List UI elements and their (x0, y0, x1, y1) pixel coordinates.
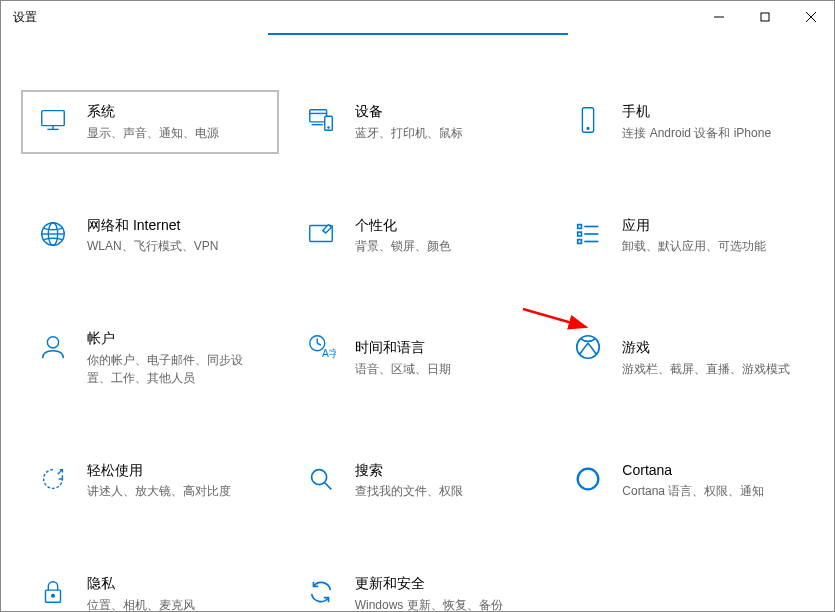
time-language-icon: A字 (303, 329, 339, 365)
cortana-icon (570, 461, 606, 497)
tile-subtitle: 卸载、默认应用、可选功能 (622, 237, 766, 255)
tile-subtitle: Windows 更新、恢复、备份 (355, 596, 503, 612)
tile-ease-of-access[interactable]: 轻松使用 讲述人、放大镜、高对比度 (21, 449, 279, 513)
tile-time-language[interactable]: A字 时间和语言 语音、区域、日期 (289, 317, 547, 399)
tile-network[interactable]: 网络和 Internet WLAN、飞行模式、VPN (21, 204, 279, 268)
tile-title: 手机 (622, 102, 771, 122)
tile-title: 应用 (622, 216, 766, 236)
tile-title: 系统 (87, 102, 219, 122)
maximize-button[interactable] (742, 1, 788, 33)
tile-title: 搜索 (355, 461, 463, 481)
personalization-icon (303, 216, 339, 252)
tile-title: 帐户 (87, 329, 265, 349)
tile-subtitle: 显示、声音、通知、电源 (87, 124, 219, 142)
tile-subtitle: 查找我的文件、权限 (355, 482, 463, 500)
devices-icon (303, 102, 339, 138)
tile-privacy[interactable]: 隐私 位置、相机、麦克风 (21, 562, 279, 612)
tile-accounts[interactable]: 帐户 你的帐户、电子邮件、同步设置、工作、其他人员 (21, 317, 279, 399)
tile-subtitle: 游戏栏、截屏、直播、游戏模式 (622, 360, 790, 378)
svg-rect-1 (761, 13, 769, 21)
tile-title: 设备 (355, 102, 463, 122)
tile-personalization[interactable]: 个性化 背景、锁屏、颜色 (289, 204, 547, 268)
svg-line-33 (324, 483, 331, 490)
tile-devices[interactable]: 设备 蓝牙、打印机、鼠标 (289, 90, 547, 154)
svg-rect-4 (42, 111, 65, 126)
tile-title: 个性化 (355, 216, 451, 236)
tile-subtitle: WLAN、飞行模式、VPN (87, 237, 218, 255)
svg-point-25 (47, 337, 58, 348)
svg-line-18 (323, 231, 324, 232)
system-icon (35, 102, 71, 138)
tile-subtitle: 位置、相机、麦克风 (87, 596, 195, 612)
minimize-button[interactable] (696, 1, 742, 33)
tile-subtitle: 语音、区域、日期 (355, 360, 451, 378)
tile-title: 时间和语言 (355, 338, 451, 358)
svg-rect-23 (578, 239, 582, 243)
tile-subtitle: 蓝牙、打印机、鼠标 (355, 124, 463, 142)
globe-icon (35, 216, 71, 252)
tile-search[interactable]: 搜索 查找我的文件、权限 (289, 449, 547, 513)
update-icon (303, 574, 339, 610)
svg-point-34 (578, 468, 599, 489)
svg-point-32 (311, 469, 326, 484)
apps-icon (570, 216, 606, 252)
svg-rect-19 (578, 224, 582, 228)
close-button[interactable] (788, 1, 834, 33)
tile-cortana[interactable]: Cortana Cortana 语言、权限、通知 (556, 449, 814, 513)
tile-subtitle: 背景、锁屏、颜色 (355, 237, 451, 255)
tile-title: 网络和 Internet (87, 216, 218, 236)
ease-of-access-icon (35, 461, 71, 497)
tile-update-security[interactable]: 更新和安全 Windows 更新、恢复、备份 (289, 562, 547, 612)
svg-point-10 (328, 127, 329, 128)
tile-subtitle: 讲述人、放大镜、高对比度 (87, 482, 231, 500)
settings-grid: 系统 显示、声音、通知、电源 设备 蓝牙、打印机、鼠标 (21, 90, 814, 612)
phone-icon (570, 102, 606, 138)
window-title: 设置 (13, 9, 696, 26)
person-icon (35, 329, 71, 365)
tile-title: 轻松使用 (87, 461, 231, 481)
tile-subtitle: 连接 Android 设备和 iPhone (622, 124, 771, 142)
tile-system[interactable]: 系统 显示、声音、通知、电源 (21, 90, 279, 154)
tile-title: 更新和安全 (355, 574, 503, 594)
tile-subtitle: Cortana 语言、权限、通知 (622, 482, 764, 500)
tile-title: 隐私 (87, 574, 195, 594)
tile-phone[interactable]: 手机 连接 Android 设备和 iPhone (556, 90, 814, 154)
tile-apps[interactable]: 应用 卸载、默认应用、可选功能 (556, 204, 814, 268)
svg-point-36 (52, 595, 55, 598)
tile-gaming[interactable]: 游戏 游戏栏、截屏、直播、游戏模式 (556, 317, 814, 399)
svg-point-13 (587, 128, 589, 130)
tile-title: 游戏 (622, 338, 790, 358)
svg-rect-21 (578, 232, 582, 236)
xbox-icon (570, 329, 606, 365)
titlebar-controls (696, 1, 834, 33)
svg-line-28 (317, 343, 321, 345)
tile-title: Cortana (622, 461, 764, 481)
tile-subtitle: 你的帐户、电子邮件、同步设置、工作、其他人员 (87, 351, 265, 387)
svg-text:A字: A字 (322, 349, 336, 360)
titlebar: 设置 (1, 1, 834, 33)
lock-icon (35, 574, 71, 610)
search-icon (303, 461, 339, 497)
